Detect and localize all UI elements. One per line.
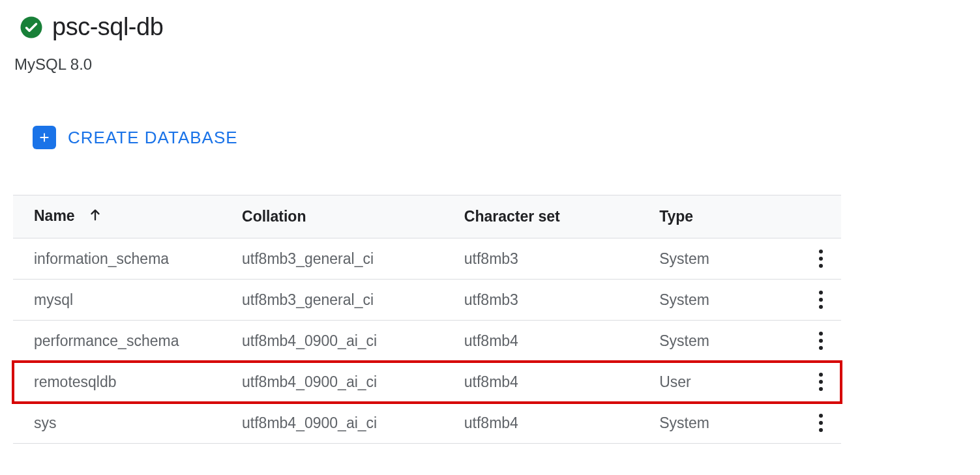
- cell-charset: utf8mb4: [464, 362, 659, 403]
- cell-collation: utf8mb3_general_ci: [242, 280, 464, 321]
- cell-charset: utf8mb3: [464, 280, 659, 321]
- table-row: mysqlutf8mb3_general_ciutf8mb3System: [13, 280, 841, 321]
- cell-name: information_schema: [13, 238, 242, 280]
- cell-collation: utf8mb4_0900_ai_ci: [242, 403, 464, 444]
- cell-type: System: [659, 280, 801, 321]
- cell-actions: [801, 321, 841, 362]
- col-header-collation[interactable]: Collation: [242, 195, 464, 238]
- plus-icon: [33, 126, 56, 149]
- cell-collation: utf8mb4_0900_ai_ci: [242, 321, 464, 362]
- col-header-name-label: Name: [34, 207, 75, 224]
- cell-actions: [801, 238, 841, 280]
- table-row: information_schemautf8mb3_general_ciutf8…: [13, 238, 841, 280]
- table-row: performance_schemautf8mb4_0900_ai_ciutf8…: [13, 321, 841, 362]
- row-actions-menu-icon[interactable]: [813, 331, 829, 351]
- cell-type: User: [659, 362, 801, 403]
- row-actions-menu-icon[interactable]: [813, 413, 829, 433]
- cell-collation: utf8mb4_0900_ai_ci: [242, 362, 464, 403]
- col-header-name[interactable]: Name: [13, 195, 242, 238]
- create-database-label: CREATE DATABASE: [68, 128, 238, 148]
- cell-charset: utf8mb4: [464, 321, 659, 362]
- cell-type: System: [659, 238, 801, 280]
- row-actions-menu-icon[interactable]: [813, 249, 829, 268]
- databases-table: Name Collation Character set Type inform…: [13, 195, 841, 444]
- instance-subtitle: MySQL 8.0: [14, 55, 967, 74]
- row-actions-menu-icon[interactable]: [813, 290, 829, 309]
- table-header-row: Name Collation Character set Type: [13, 195, 841, 238]
- cell-charset: utf8mb3: [464, 238, 659, 280]
- col-header-actions: [801, 195, 841, 238]
- cell-charset: utf8mb4: [464, 403, 659, 444]
- cell-name: remotesqldb: [13, 362, 242, 403]
- cell-actions: [801, 403, 841, 444]
- instance-header: psc-sql-db: [20, 13, 967, 41]
- col-header-type[interactable]: Type: [659, 195, 801, 238]
- status-ok-icon: [20, 16, 43, 39]
- cell-type: System: [659, 321, 801, 362]
- sort-asc-icon: [88, 208, 102, 226]
- cell-name: performance_schema: [13, 321, 242, 362]
- col-header-charset[interactable]: Character set: [464, 195, 659, 238]
- cell-actions: [801, 362, 841, 403]
- cell-name: sys: [13, 403, 242, 444]
- table-row: remotesqldbutf8mb4_0900_ai_ciutf8mb4User: [13, 362, 841, 403]
- create-database-button[interactable]: CREATE DATABASE: [33, 126, 238, 149]
- table-row: sysutf8mb4_0900_ai_ciutf8mb4System: [13, 403, 841, 444]
- cell-name: mysql: [13, 280, 242, 321]
- cell-type: System: [659, 403, 801, 444]
- page-title: psc-sql-db: [52, 13, 163, 41]
- cell-actions: [801, 280, 841, 321]
- row-actions-menu-icon[interactable]: [813, 372, 829, 392]
- cell-collation: utf8mb3_general_ci: [242, 238, 464, 280]
